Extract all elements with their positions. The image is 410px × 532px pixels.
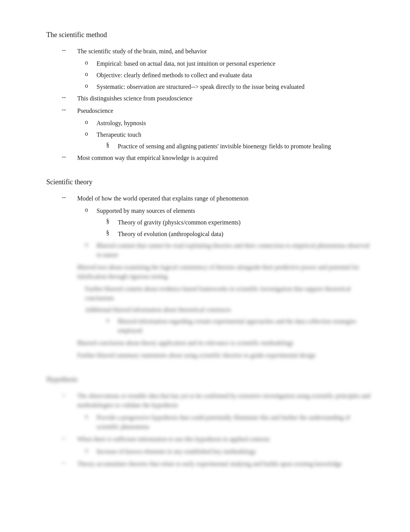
list-item: o Systematic: observation are structured… xyxy=(46,82,371,92)
item-text-blurred: Blurred conclusion about theory applicat… xyxy=(77,338,371,348)
list-item-blurred: Additional blurred information about the… xyxy=(46,305,371,314)
bullet-o: o xyxy=(85,82,97,92)
section-title-hypothesis: Hypothesis xyxy=(46,376,371,384)
bullet-o: o xyxy=(85,59,97,68)
bullet-dash: -- xyxy=(62,194,77,203)
item-text-blurred: Blurred content that cannot be read expl… xyxy=(97,241,371,260)
bullet-o: o xyxy=(85,71,97,80)
item-text-blurred: Blurred information regarding certain ex… xyxy=(118,317,371,335)
bullet-dash: -- xyxy=(62,459,77,469)
list-item-blurred: -- When there is sufficient information … xyxy=(46,435,371,444)
list-item: -- Model of how the world operated that … xyxy=(46,194,371,203)
bullet-section: § xyxy=(106,218,118,227)
bullet-dash: -- xyxy=(62,153,77,163)
list-item: o Empirical: based on actual data, not j… xyxy=(46,59,371,68)
section-scientific-method: The scientific method -- The scientific … xyxy=(46,31,371,163)
bullet-o: o xyxy=(85,447,97,456)
bullet-section: § xyxy=(106,142,118,151)
list-item-blurred: Further blurred content about evidence-b… xyxy=(46,284,371,303)
item-text: Theory of gravity (physics/common experi… xyxy=(118,218,371,227)
item-text-blurred: When there is sufficient information to … xyxy=(77,435,371,444)
list-item: § Practice of sensing and aligning patie… xyxy=(46,142,371,151)
item-text: This distinguishes science from pseudosc… xyxy=(77,94,371,103)
bullet-section: § xyxy=(106,229,118,239)
item-text: Objective: clearly defined methods to co… xyxy=(97,71,371,80)
section-title-scientific-theory: Scientific theory xyxy=(46,178,371,186)
bullet-dash: -- xyxy=(62,435,77,444)
bullet-o: o xyxy=(85,206,97,216)
item-text: Supported by many sources of elements xyxy=(97,206,371,216)
item-text-blurred: Additional blurred information about the… xyxy=(85,305,371,314)
section-hypothesis: Hypothesis -- The observations or testab… xyxy=(46,376,371,469)
item-text: Systematic: observation are structured--… xyxy=(97,82,371,92)
bullet-section: o xyxy=(106,317,118,335)
section-title-scientific-method: The scientific method xyxy=(46,31,371,39)
bullet-dash: -- xyxy=(62,94,77,103)
bullet-o: o xyxy=(85,130,97,139)
item-text-blurred: Blurred text about examining the logical… xyxy=(77,263,371,281)
list-item-blurred: Further blurred summary statements about… xyxy=(46,351,371,360)
list-item: -- Pseudoscience xyxy=(46,106,371,116)
list-item: -- The scientific study of the brain, mi… xyxy=(46,47,371,56)
item-text-blurred: The observations or testable idea that h… xyxy=(77,391,371,410)
item-text: Most common way that empirical knowledge… xyxy=(77,153,371,163)
item-text: Theory of evolution (anthropological dat… xyxy=(118,229,371,239)
bullet-o: o xyxy=(85,241,97,260)
item-text: The scientific study of the brain, mind,… xyxy=(77,47,371,56)
item-text-blurred: Provide a progressive hypothesis that co… xyxy=(97,413,371,432)
list-item: o Astrology, hypnosis xyxy=(46,119,371,128)
item-text: Therapeutic touch xyxy=(97,130,371,139)
item-text: Empirical: based on actual data, not jus… xyxy=(97,59,371,68)
list-item: -- This distinguishes science from pseud… xyxy=(46,94,371,103)
page-content: The scientific method -- The scientific … xyxy=(46,31,371,469)
bullet-dash: -- xyxy=(62,47,77,56)
list-item-blurred: o Blurred information regarding certain … xyxy=(46,317,371,335)
item-text: Pseudoscience xyxy=(77,106,371,116)
list-item-blurred: -- The observations or testable idea tha… xyxy=(46,391,371,410)
section-scientific-theory: Scientific theory -- Model of how the wo… xyxy=(46,178,371,360)
list-item: o Objective: clearly defined methods to … xyxy=(46,71,371,80)
item-text: Model of how the world operated that exp… xyxy=(77,194,371,203)
list-item-blurred: o Blurred content that cannot be read ex… xyxy=(46,241,371,260)
list-item: § Theory of evolution (anthropological d… xyxy=(46,229,371,239)
bullet-dash: -- xyxy=(62,391,77,410)
item-text: Practice of sensing and aligning patient… xyxy=(118,142,371,151)
item-text-blurred: Increase of known elements in any establ… xyxy=(97,447,371,456)
list-item-blurred: -- Theory accumulates theories that rela… xyxy=(46,459,371,469)
bullet-o: o xyxy=(85,413,97,432)
list-item-blurred: o Provide a progressive hypothesis that … xyxy=(46,413,371,432)
bullet-o: o xyxy=(85,119,97,128)
list-item: o Supported by many sources of elements xyxy=(46,206,371,216)
item-text-blurred: Theory accumulates theories that relate … xyxy=(77,459,371,469)
list-item: § Theory of gravity (physics/common expe… xyxy=(46,218,371,227)
bullet-dash: -- xyxy=(62,106,77,116)
item-text-blurred: Further blurred summary statements about… xyxy=(77,351,371,360)
list-item-blurred: Blurred text about examining the logical… xyxy=(46,263,371,281)
list-item-blurred: Blurred conclusion about theory applicat… xyxy=(46,338,371,348)
list-item-blurred: o Increase of known elements in any esta… xyxy=(46,447,371,456)
item-text: Astrology, hypnosis xyxy=(97,119,371,128)
item-text-blurred: Further blurred content about evidence-b… xyxy=(85,284,371,303)
list-item: o Therapeutic touch xyxy=(46,130,371,139)
list-item: -- Most common way that empirical knowle… xyxy=(46,153,371,163)
